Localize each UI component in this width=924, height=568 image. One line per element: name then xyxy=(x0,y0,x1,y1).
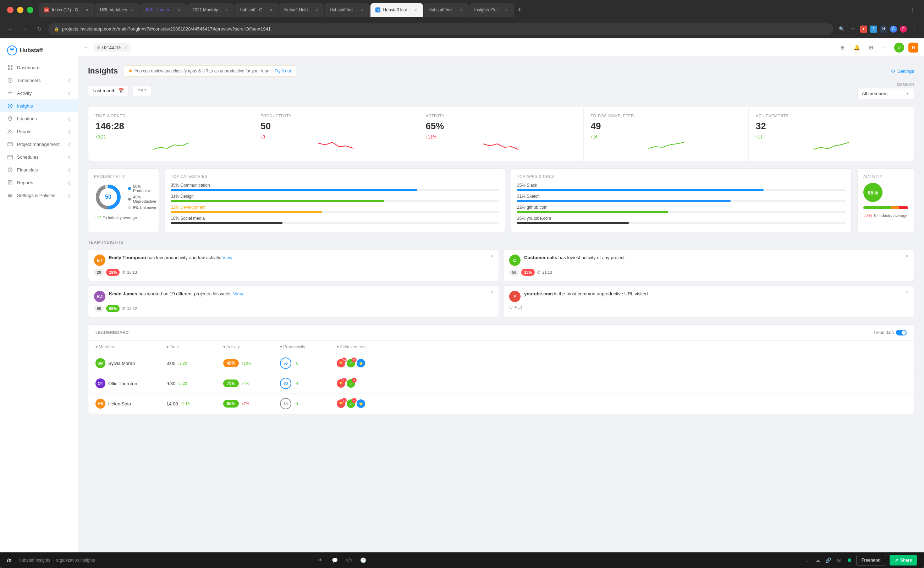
tab-close-hi1[interactable]: ✕ xyxy=(360,8,365,12)
insight-emily-close[interactable]: ✕ xyxy=(488,253,495,260)
sidebar-collapse-button[interactable]: ← xyxy=(84,44,89,51)
member-filter-dropdown[interactable]: All members ▼ xyxy=(857,88,914,99)
eye-tool[interactable]: 👁 xyxy=(317,557,324,564)
tab-netsoft[interactable]: Netsoft Hold... ✕ xyxy=(279,3,324,17)
breadcrumb-part1[interactable]: Hubstaff Insights xyxy=(18,558,50,563)
insight-customer-close[interactable]: ✕ xyxy=(904,253,910,260)
col-activity[interactable]: ▾ Activity xyxy=(223,344,280,349)
tab-close-url[interactable]: ✕ xyxy=(130,8,135,12)
forward-button[interactable]: → xyxy=(20,24,30,34)
tab-close-netsoft[interactable]: ✕ xyxy=(314,8,319,12)
stat-activity-trend: ↓11% xyxy=(425,134,576,139)
col-member-label: ▾ Member xyxy=(95,344,114,349)
minimize-button[interactable] xyxy=(17,7,23,13)
sidebar-item-reports[interactable]: Reports ❮ xyxy=(0,176,78,189)
browser-settings-icon[interactable]: ⋮ xyxy=(910,25,918,33)
share-button[interactable]: ↗ Share xyxy=(889,555,917,565)
app-sketch: 31% Sketch xyxy=(517,194,846,202)
sidebar-item-people[interactable]: People ❮ xyxy=(0,125,78,138)
notice-bar: You can review and classify apps & URLs … xyxy=(124,65,296,77)
code-tool[interactable]: </> xyxy=(345,557,352,564)
sidebar-item-schedules[interactable]: Schedules ❮ xyxy=(0,151,78,163)
download-icon[interactable]: ↓ xyxy=(804,557,811,564)
address-input-area[interactable]: 🔒 projects.invisionapp.com/d/main?origin… xyxy=(48,23,833,35)
timer-expand-icon[interactable]: ⤢ xyxy=(124,45,127,50)
tab-hubstaff-ins2[interactable]: H Hubstaff Insi... ✕ xyxy=(371,3,423,17)
tab-monthly[interactable]: 2021 Monthly... ✕ xyxy=(187,3,234,17)
keyboard-icon[interactable]: ⊞ xyxy=(837,42,847,53)
sidebar-financials-label: Financials xyxy=(17,167,63,172)
freehand-button[interactable]: Freehand xyxy=(856,555,886,565)
close-button[interactable] xyxy=(7,7,14,13)
search-icon[interactable]: 🔍 xyxy=(837,25,846,33)
tab-hubstaff-ins1[interactable]: Hubstaff Insi... ✕ xyxy=(325,3,369,17)
tab-insights-paid[interactable]: Insights: Pai... ✕ xyxy=(469,3,514,17)
helen-productivity-trend: ↑4 xyxy=(294,402,298,406)
cloud-icon[interactable]: ☁ xyxy=(814,557,822,564)
chrome-icon[interactable]: G xyxy=(890,26,897,33)
col-time[interactable]: ▾ Time xyxy=(166,344,223,349)
star-icon[interactable]: ☆ xyxy=(849,25,857,33)
sidebar-activity-label: Activity xyxy=(17,91,63,96)
helen-avatar: HS xyxy=(95,399,106,409)
settings-button[interactable]: ⚙ Settings xyxy=(891,68,914,74)
notice-link[interactable]: Try it out xyxy=(274,68,291,74)
tab-close-hi3[interactable]: ✕ xyxy=(459,8,464,12)
sidebar-item-financials[interactable]: Financials ❮ xyxy=(0,163,78,176)
col-productivity[interactable]: ▾ Productivity xyxy=(280,344,337,349)
tab-close-hi2[interactable]: ✕ xyxy=(413,8,418,12)
col-achievements[interactable]: ▾ Achievements xyxy=(337,344,408,349)
mail-icon[interactable]: ✉ xyxy=(836,557,843,564)
kevin-view-link[interactable]: View xyxy=(233,291,243,296)
tab-close-june[interactable]: ✕ xyxy=(177,8,182,12)
apps-icon[interactable]: ⋯ xyxy=(880,42,890,53)
bell-icon[interactable]: 🔔 xyxy=(852,42,862,53)
tab-close-monthly[interactable]: ✕ xyxy=(224,8,229,12)
analytics-apps-card: TOP APPS & URLS 35% Slack 31% Sketch xyxy=(511,168,852,233)
grid-icon[interactable]: ⊞ xyxy=(866,42,876,53)
tab-gmail[interactable]: M Inbox (12) - G... ✕ xyxy=(39,3,94,17)
sidebar-item-activity[interactable]: Activity ❮ xyxy=(0,87,78,100)
new-tab-button[interactable]: + xyxy=(514,5,525,15)
col-member[interactable]: ▾ Member xyxy=(95,344,166,349)
tab-june[interactable]: #16 - June m... ✕ xyxy=(140,3,187,17)
col-productivity-label: ▾ Productivity xyxy=(280,344,305,349)
back-button[interactable]: ← xyxy=(6,24,16,34)
tab-url-variables[interactable]: URL Variables ✕ xyxy=(95,3,140,17)
clock-tool[interactable]: 🕐 xyxy=(359,557,366,564)
sidebar-item-dashboard[interactable]: Dashboard xyxy=(0,61,78,74)
emily-view-link[interactable]: View xyxy=(223,255,232,260)
trend-toggle-switch[interactable] xyxy=(896,330,907,335)
donut-value: 50 xyxy=(105,194,112,200)
customer-badge-activity: 13% xyxy=(521,269,535,276)
link-icon[interactable]: 🔗 xyxy=(825,557,832,564)
tab-close-gmail[interactable]: ✕ xyxy=(84,8,89,12)
extension-icon-1[interactable]: r xyxy=(860,26,867,33)
maximize-button[interactable] xyxy=(27,7,33,13)
user-avatar[interactable]: U xyxy=(894,42,904,53)
tab-hubstaff-ins3[interactable]: Hubstaff Insi... ✕ xyxy=(424,3,469,17)
tab-close-hc[interactable]: ✕ xyxy=(268,8,274,12)
ollie-time: 9:30 xyxy=(166,381,175,386)
breadcrumb-part2[interactable]: organization Insights xyxy=(56,558,95,563)
extension-icon-4[interactable]: P xyxy=(900,26,907,33)
col-achievements-label: ▾ Achievements xyxy=(337,344,366,349)
comment-tool[interactable]: 💬 xyxy=(331,557,338,564)
tab-hubstaff-c[interactable]: Hubstaff - C... ✕ xyxy=(235,3,279,17)
reload-button[interactable]: ↻ xyxy=(34,24,44,34)
extension-icon-2[interactable]: 7 xyxy=(870,26,877,33)
date-picker[interactable]: Last month 📅 xyxy=(88,85,128,96)
org-avatar[interactable]: H xyxy=(908,42,918,53)
sylvia-ach-2-badge: 5 xyxy=(352,358,357,363)
sidebar-item-settings[interactable]: Settings & Policies ❮ xyxy=(0,189,78,202)
sidebar-item-insights[interactable]: Insights xyxy=(0,100,78,112)
tab-close-paid[interactable]: ✕ xyxy=(504,8,509,12)
insight-emily-text: Emily Thompson has low productivity and … xyxy=(109,255,232,261)
extension-icon-3[interactable]: N xyxy=(880,26,887,33)
sidebar-item-project-management[interactable]: Project management ❮ xyxy=(0,138,78,151)
browser-menu-icon[interactable]: ⋮ xyxy=(908,6,917,14)
sidebar-item-locations[interactable]: Locations ❮ xyxy=(0,112,78,125)
insight-youtube-close[interactable]: ✕ xyxy=(904,289,910,296)
insight-kevin-close[interactable]: ✕ xyxy=(488,289,495,296)
sidebar-item-timesheets[interactable]: Timesheets ❮ xyxy=(0,74,78,87)
